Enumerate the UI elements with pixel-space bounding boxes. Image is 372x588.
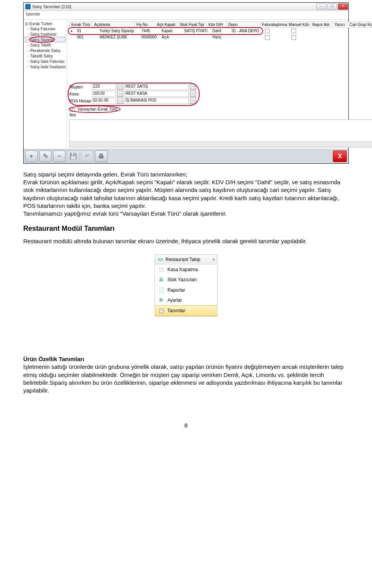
col-faturalastirma[interactable]: Faturalaştırma xyxy=(260,22,287,28)
grid-row-1[interactable]: ▸ 01 Yurtiçi Satış Siparişi 7445 Kapalı … xyxy=(69,28,372,34)
minimize-button[interactable]: — xyxy=(316,3,326,10)
menu-item-tanimlar[interactable]: 📋 Tanımlar xyxy=(155,305,217,316)
menubar: İşlemler xyxy=(24,11,348,20)
titlebar: Satış Tanımları [116] — ☐ ✕ xyxy=(24,3,348,11)
paragraph: Evrak türünün açıklaması girilir, Açık/K… xyxy=(23,178,349,210)
lookup-button[interactable]: ⋯ xyxy=(117,98,123,104)
plus-icon: + xyxy=(29,153,33,160)
undo-icon: ↶ xyxy=(85,152,90,160)
remove-button[interactable]: − xyxy=(53,150,65,162)
detail-pos: POS Hesap 02-01-05 ⋯ İŞ BANKASI POS ⋯ xyxy=(69,97,197,104)
print-icon: 🖶 xyxy=(98,153,104,160)
add-button[interactable]: + xyxy=(25,150,38,162)
settings-icon: 🛠 xyxy=(158,297,164,303)
col-rapor-adi[interactable]: Rapor Adı xyxy=(311,22,333,28)
detail-musteri: Müşteri ZZ0 ⋯ REST SATIŞ ⋯ xyxy=(69,83,197,90)
minus-icon: − xyxy=(57,153,61,160)
heading-restaurant-modul: Restaurant Modül Tanımları xyxy=(23,224,349,233)
close-icon: X xyxy=(338,153,342,160)
tree-item-taksitli-satis[interactable]: Taksitli Satış xyxy=(25,53,65,59)
pos-code-field[interactable]: 02-01-05 xyxy=(92,98,116,104)
scrollbar-horizontal[interactable] xyxy=(70,141,372,147)
menu-item-kasa-kapatma[interactable]: ⬚ Kasa Kapatma xyxy=(155,265,217,275)
printer-icon: 🖶 xyxy=(158,277,164,283)
definitions-icon: 📋 xyxy=(158,308,164,314)
close-button[interactable]: ✕ xyxy=(338,3,348,10)
main-panel: Evrak Türü Açıklama Fiş No Açk Kapalı St… xyxy=(67,20,372,149)
bottom-toolbar: + ✎ − 💾 ↶ 🖶 X xyxy=(24,149,348,163)
app-icon xyxy=(25,4,31,9)
col-evrak-turu[interactable]: Evrak Türü xyxy=(70,22,93,28)
col-depo[interactable]: Depo xyxy=(227,22,260,28)
col-aciklama[interactable]: Açıklama xyxy=(93,22,135,28)
lookup-button[interactable]: ⋯ xyxy=(190,84,196,90)
default-doc-type-row: ✓ Varsayılan Evrak Türü xyxy=(69,107,372,112)
undo-button[interactable]: ↶ xyxy=(81,150,93,162)
restaurant-takip-menu: 🍽 Restaurant Takip ▾ ⬚ Kasa Kapatma 🖶 St… xyxy=(155,254,217,316)
paragraph: İşletmenin sattığı ürünlerde ürün grubun… xyxy=(23,363,349,394)
restaurant-icon: 🍽 xyxy=(157,256,164,263)
menu-item-stok-yazicilari[interactable]: 🖶 Stok Yazıcıları xyxy=(155,275,217,285)
page-number: 8 xyxy=(23,422,349,429)
note-textarea[interactable] xyxy=(69,119,372,147)
close-panel-button[interactable]: X xyxy=(333,150,347,162)
lookup-button[interactable]: ⋯ xyxy=(190,91,196,97)
tree-root[interactable]: Evrak Türleri xyxy=(25,21,65,26)
menu-islemler[interactable]: İşlemler xyxy=(26,12,40,16)
menu-header[interactable]: 🍽 Restaurant Takip ▾ xyxy=(155,255,217,265)
save-icon: 💾 xyxy=(69,152,77,160)
grid-row-2[interactable]: 001 MERKEZ ŞUBE 0000000 Açık Hariç xyxy=(69,34,372,40)
not-label: Not xyxy=(69,112,372,117)
menu-item-raporlar[interactable]: 📄 Raporlar xyxy=(155,285,217,295)
lookup-button[interactable]: ⋯ xyxy=(117,91,123,97)
save-button[interactable]: 💾 xyxy=(67,150,79,162)
edit-button[interactable]: ✎ xyxy=(39,150,52,162)
tree-item-perakende-satis[interactable]: Perakende Satış xyxy=(25,48,65,53)
tree-item-satis-siparisi[interactable]: Satış Siparişi xyxy=(25,37,65,42)
musteri-name-field[interactable]: REST SATIŞ xyxy=(124,84,189,90)
heading-urun-ozellik: Ürün Özellik Tanımları xyxy=(23,355,349,363)
checkbox-icon[interactable] xyxy=(291,35,296,40)
cash-close-icon: ⬚ xyxy=(158,266,164,273)
kasa-name-field[interactable]: REST KASA xyxy=(124,91,189,97)
pos-name-field[interactable]: İŞ BANKASI POS xyxy=(124,98,189,104)
pencil-icon: ✎ xyxy=(43,152,48,160)
checkbox-icon[interactable] xyxy=(265,29,270,33)
tree-item-satis-iade-faturasi[interactable]: Satış İade Faturası xyxy=(25,59,65,64)
col-fis-no[interactable]: Fiş No xyxy=(135,22,155,28)
default-doc-type-checkbox[interactable]: ✓ xyxy=(70,107,75,112)
col-acik-kapali[interactable]: Açk Kapalı xyxy=(155,22,178,28)
col-kdv-dh[interactable]: Kdv D/H xyxy=(207,22,227,28)
checkbox-icon[interactable] xyxy=(265,35,270,40)
window-title: Satış Tanımları [116] xyxy=(32,4,316,9)
paragraph: Satış siparişi seçimi detayında gelen, E… xyxy=(23,171,349,178)
lookup-button[interactable]: ⋯ xyxy=(190,98,196,104)
col-cari-grup-kodu[interactable]: Cari Grup Kodu xyxy=(348,22,372,28)
tree-item-satis-iade-irsaliyesi[interactable]: Satış İade İrsaliyesi xyxy=(25,64,65,69)
tree-item-satis-teklifi[interactable]: Satış Teklifi xyxy=(25,42,65,48)
paragraph: Tanımlamamızı yaptığımız evrak türü "Var… xyxy=(23,210,349,218)
window-controls: — ☐ ✕ xyxy=(316,3,348,10)
kasa-code-field[interactable]: 100.02 xyxy=(92,91,116,97)
lookup-button[interactable]: ⋯ xyxy=(117,84,123,90)
menu-item-ayarlar[interactable]: 🛠 Ayarlar xyxy=(155,295,217,305)
document-body: Satış siparişi seçimi detayında gelen, E… xyxy=(23,171,349,430)
col-manuel-kdv[interactable]: Manuel Kdv xyxy=(287,22,311,28)
workarea: Evrak Türleri Satış Faturası Satış İrsal… xyxy=(24,20,348,149)
paragraph: Restaurant modülü altında bulunan tanıml… xyxy=(23,237,349,245)
musteri-code-field[interactable]: ZZ0 xyxy=(92,84,116,90)
maximize-button[interactable]: ☐ xyxy=(327,3,337,10)
document-type-tree: Evrak Türleri Satış Faturası Satış İrsal… xyxy=(24,20,67,149)
chevron-down-icon: ▾ xyxy=(213,257,215,262)
col-stok-fiyat-tipi[interactable]: Stok Fiyat Tipi xyxy=(178,22,207,28)
report-icon: 📄 xyxy=(158,287,164,293)
detail-panel: Müşteri ZZ0 ⋯ REST SATIŞ ⋯ Kasa 100.02 ⋯… xyxy=(69,83,372,147)
checkbox-icon[interactable] xyxy=(291,29,296,33)
print-button[interactable]: 🖶 xyxy=(95,150,107,162)
detail-kasa: Kasa 100.02 ⋯ REST KASA ⋯ xyxy=(69,90,197,97)
col-yazici[interactable]: Yazıcı xyxy=(333,22,348,28)
sales-definitions-window: Satış Tanımları [116] — ☐ ✕ İşlemler Evr… xyxy=(23,2,349,164)
tree-item-satis-faturasi[interactable]: Satış Faturası xyxy=(25,26,65,31)
tree-item-satis-irsaliyesi[interactable]: Satış İrsaliyesi xyxy=(25,31,65,37)
